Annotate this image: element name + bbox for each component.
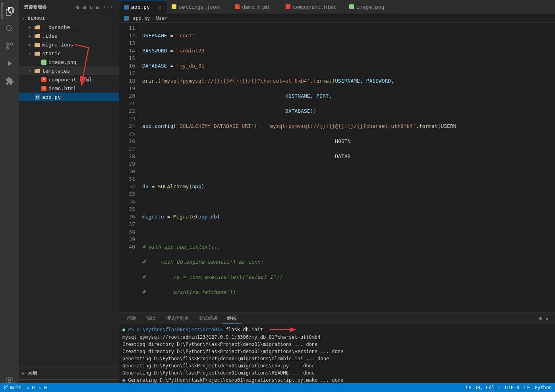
- main-area: app.py ✕ settings.json ✕ demo.html ✕ com…: [119, 0, 555, 392]
- terminal-line-8: ● Generating D:\Python\flaskProject\demo…: [122, 377, 552, 384]
- more-actions-icon[interactable]: ···: [102, 3, 114, 11]
- status-language[interactable]: Python: [535, 385, 552, 390]
- terminal-dot-8: ●: [122, 377, 125, 383]
- terminal-output-7: Generating D:\Python\flaskProject\demo01…: [122, 370, 315, 376]
- terminal-prompt: PS D:\Python\flaskProject\demo01>: [128, 327, 222, 332]
- tree-label-templates: templates: [42, 68, 70, 74]
- svg-point-9: [7, 386, 8, 387]
- terminal-content[interactable]: ● PS D:\Python\flaskProject\demo01> flas…: [119, 324, 555, 392]
- panel-tab-debug[interactable]: 调试控制台: [161, 313, 194, 324]
- svg-point-4: [8, 379, 11, 381]
- run-icon[interactable]: [2, 56, 17, 71]
- tree-label-image-png: image.png: [48, 59, 76, 65]
- terminal-cmd: flask db init: [226, 327, 263, 332]
- status-errors-icon: ✕ 0: [26, 385, 35, 390]
- tree-label-component-html: component.html: [48, 77, 92, 83]
- status-errors[interactable]: ✕ 0 ⚠ 0: [26, 385, 47, 390]
- sidebar-title: 资源管理器: [24, 4, 47, 10]
- terminal-line-5: Generating D:\Python\flaskProject\demo01…: [122, 355, 552, 362]
- panel-tab-test[interactable]: 测试结果: [194, 313, 222, 324]
- tree-item-templates[interactable]: ▾ templates: [19, 66, 119, 75]
- svg-point-8: [4, 388, 6, 390]
- terminal-output-2: mysql+pymysql://root:admin123@127.0.0.1:…: [122, 334, 321, 340]
- tree-label-demo-html: demo.html: [48, 85, 76, 91]
- breadcrumb-file[interactable]: app.py: [124, 15, 150, 21]
- code-line-28: # print(rs.fetchone()): [139, 288, 555, 296]
- tree-item-idea[interactable]: ▶ .idea: [19, 31, 119, 40]
- extensions-icon[interactable]: [2, 73, 17, 89]
- outline-label: 大纲: [28, 370, 37, 376]
- tab-image-png[interactable]: image.png ✕: [344, 0, 395, 14]
- panel-tab-problems[interactable]: 问题: [122, 313, 141, 324]
- panel-area: 问题 输出 调试控制台 测试结果 终端 ⊕ ✕ ● PS D:\Python\f…: [119, 313, 555, 392]
- new-folder-icon[interactable]: ⊞: [82, 3, 87, 11]
- status-encoding[interactable]: UTF-8: [505, 385, 519, 390]
- status-cursor[interactable]: Ln 30, Col 1: [466, 385, 500, 390]
- terminal-output-6: Generating D:\Python\flaskProject\demo01…: [122, 363, 315, 369]
- tab-app-py[interactable]: app.py ✕: [119, 0, 167, 14]
- tab-component-html[interactable]: component.html ✕: [281, 0, 344, 14]
- annotation-arrow-2: [266, 326, 298, 334]
- code-line-25: # with app.app_context():: [139, 243, 555, 251]
- tree-label-app-py: app.py: [42, 94, 61, 100]
- source-control-icon[interactable]: [2, 38, 17, 54]
- tree-label-static: static: [42, 50, 61, 56]
- tab-icon-demo-html: [235, 4, 240, 9]
- tab-label-app-py: app.py: [131, 4, 150, 10]
- tree-project-root[interactable]: ▾ DEMO01: [19, 14, 119, 23]
- panel-maximize-icon[interactable]: ⊕: [539, 315, 542, 322]
- tree-item-demo-html[interactable]: ▶ H demo.html: [19, 84, 119, 93]
- code-line-27: # rs = conn.execute(text("select 1")): [139, 273, 555, 281]
- svg-rect-6: [124, 16, 129, 21]
- outline-header[interactable]: ▶ 大纲: [19, 369, 119, 378]
- tree-item-migrations[interactable]: ▶ migrations: [19, 40, 119, 49]
- code-line-12: PASSWORD = 'admin123': [139, 47, 555, 54]
- status-branch[interactable]: main: [3, 385, 21, 390]
- status-line-ending[interactable]: LF: [524, 385, 530, 390]
- panel-tabs: 问题 输出 调试控制台 测试结果 终端 ⊕ ✕: [119, 313, 555, 324]
- panel-close-icon[interactable]: ✕: [545, 315, 549, 322]
- code-line-18: HOSTN: [139, 137, 555, 145]
- status-branch-label: main: [10, 385, 21, 390]
- tab-icon-app-py: [124, 5, 129, 10]
- code-line-14: print('mysql+pymysql://{}:{}@{}:{}/{}?ch…: [139, 77, 555, 85]
- tab-demo-html[interactable]: demo.html ✕: [230, 0, 281, 14]
- code-editor: 1112131415 1617181920 2122232425 2627282…: [119, 23, 555, 313]
- code-line-23: migrate = Migrate(app,db): [139, 213, 555, 220]
- breadcrumb-separator: ›: [152, 15, 155, 21]
- tree-item-image-png[interactable]: ▶ image.png: [19, 58, 119, 66]
- tree-item-pycache[interactable]: ▶ __pycache__: [19, 23, 119, 31]
- tree-label-pycache: __pycache__: [42, 24, 76, 30]
- code-line-20: [139, 168, 555, 175]
- tab-close-app-py[interactable]: ✕: [159, 4, 162, 10]
- terminal-line-6: Generating D:\Python\flaskProject\demo01…: [122, 362, 552, 369]
- svg-point-0: [6, 47, 9, 50]
- tab-bar: app.py ✕ settings.json ✕ demo.html ✕ com…: [119, 0, 555, 14]
- code-line-11: USERNAME = 'root': [139, 32, 555, 39]
- tab-settings-json[interactable]: settings.json ✕: [167, 0, 230, 14]
- breadcrumb-symbol[interactable]: User: [156, 15, 168, 21]
- terminal-output-3: Creating directory D:\Python\flaskProjec…: [122, 342, 317, 347]
- new-file-icon[interactable]: ⊕: [75, 3, 80, 11]
- panel-tab-output[interactable]: 输出: [141, 313, 161, 324]
- code-line-19: DATAB: [139, 153, 555, 160]
- tree-item-component-html[interactable]: ▶ H component.html: [19, 75, 119, 84]
- editor-area[interactable]: 1112131415 1617181920 2122232425 2627282…: [119, 23, 555, 313]
- collapse-icon[interactable]: ⊟: [95, 3, 101, 11]
- svg-point-10: [4, 386, 6, 387]
- panel-tab-terminal[interactable]: 终端: [222, 313, 242, 324]
- explorer-icon[interactable]: [2, 3, 17, 19]
- code-line-22: [139, 198, 555, 205]
- refresh-icon[interactable]: ↻: [89, 3, 94, 11]
- tree-item-static[interactable]: ▾ static: [19, 49, 119, 58]
- tab-icon-image-png: [349, 4, 354, 9]
- activity-bar: [0, 0, 19, 392]
- tree-item-app-py[interactable]: ▶ py app.py: [19, 93, 119, 101]
- code-line-13: DATABASE = 'my_db_01': [139, 62, 555, 70]
- code-content[interactable]: USERNAME = 'root' PASSWORD = 'admin123' …: [139, 23, 555, 313]
- terminal-dot-1: ●: [122, 327, 125, 332]
- search-icon[interactable]: [2, 21, 17, 37]
- svg-point-1: [11, 43, 13, 45]
- status-cursor-label: Ln 30, Col 1: [466, 385, 500, 390]
- status-warnings-icon: ⚠ 0: [39, 385, 47, 390]
